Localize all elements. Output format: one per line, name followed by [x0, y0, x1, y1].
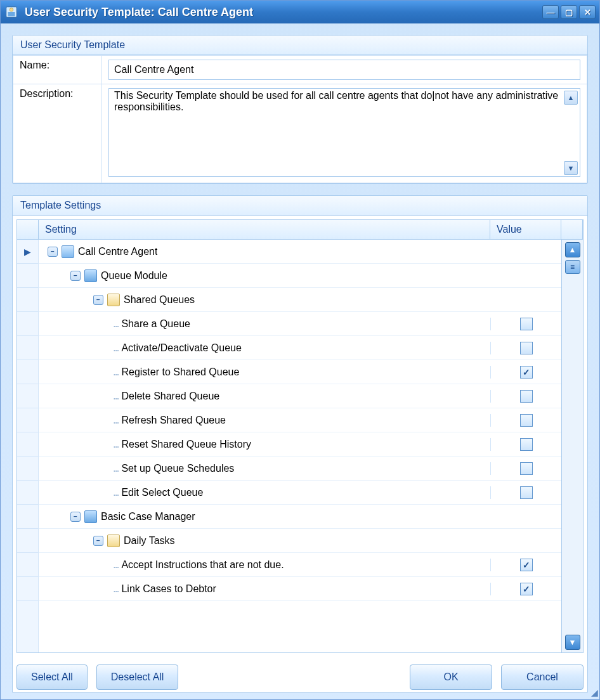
- permission-checkbox[interactable]: [520, 559, 533, 571]
- row-selector[interactable]: [17, 288, 38, 312]
- value-cell: [490, 414, 561, 427]
- folder-icon: [107, 294, 120, 306]
- tree-row[interactable]: …Set up Queue Schedules: [39, 457, 561, 481]
- row-selector[interactable]: [17, 384, 38, 408]
- tree-connector: …: [114, 584, 119, 594]
- description-scroll-down-icon[interactable]: ▼: [564, 161, 578, 175]
- column-setting[interactable]: Setting: [39, 220, 490, 239]
- row-selector[interactable]: [17, 529, 38, 553]
- tree-connector: …: [114, 367, 119, 377]
- window-controls: — ▢ ✕: [542, 5, 596, 19]
- svg-point-2: [10, 8, 13, 11]
- value-cell: [490, 559, 561, 571]
- collapse-toggle[interactable]: −: [48, 247, 58, 257]
- value-cell: [490, 462, 561, 475]
- client-area: User Security Template Name: Description…: [1, 23, 599, 699]
- tree-node-label: Daily Tasks: [124, 535, 175, 547]
- tree-row[interactable]: …Refresh Shared Queue: [39, 408, 561, 432]
- scroll-header: [561, 220, 583, 239]
- tree-connector: …: [114, 343, 119, 353]
- permission-checkbox[interactable]: [520, 486, 533, 499]
- permission-checkbox[interactable]: [520, 414, 533, 427]
- permission-checkbox[interactable]: [520, 342, 533, 354]
- deselect-all-button[interactable]: Deselect All: [96, 664, 179, 690]
- row-selector[interactable]: [17, 553, 38, 577]
- row-selector[interactable]: [17, 432, 38, 457]
- tree-row[interactable]: −Basic Case Manager: [39, 505, 561, 529]
- group-title: User Security Template: [13, 36, 587, 55]
- dialog-window: User Security Template: Call Centre Agen…: [0, 0, 600, 700]
- tree-row[interactable]: …Accept Instructions that are not due.: [39, 553, 561, 577]
- permission-checkbox[interactable]: [520, 366, 533, 379]
- column-value[interactable]: Value: [490, 220, 561, 239]
- tree-node-label: Shared Queues: [124, 294, 195, 306]
- select-all-button[interactable]: Select All: [16, 664, 88, 690]
- collapse-toggle[interactable]: −: [93, 536, 103, 546]
- row-selector[interactable]: [17, 457, 38, 481]
- permission-checkbox[interactable]: [520, 583, 533, 595]
- permission-checkbox[interactable]: [520, 438, 533, 451]
- permission-checkbox[interactable]: [520, 462, 533, 475]
- tree-row[interactable]: …Register to Shared Queue: [39, 360, 561, 384]
- module-icon: [84, 269, 97, 282]
- app-icon: [4, 5, 18, 19]
- vertical-scrollbar[interactable]: ▲ ≡ ▼: [561, 240, 583, 652]
- tree-row[interactable]: −Shared Queues: [39, 288, 561, 312]
- scroll-thumb[interactable]: ≡: [565, 260, 580, 274]
- row-selector[interactable]: [17, 577, 38, 601]
- tree-row[interactable]: …Reset Shared Queue History: [39, 432, 561, 457]
- ok-button[interactable]: OK: [410, 664, 492, 690]
- user-security-template-group: User Security Template Name: Description…: [12, 35, 588, 184]
- tree-row[interactable]: …Activate/Deactivate Queue: [39, 336, 561, 360]
- row-selector[interactable]: [17, 336, 38, 360]
- tree-node-label: Call Centre Agent: [78, 246, 157, 257]
- settings-grid: Setting Value ▶ −Call Centre Agent−Queue…: [16, 219, 584, 653]
- scroll-up-icon[interactable]: ▲: [565, 242, 580, 257]
- value-cell: [490, 366, 561, 379]
- value-cell: [490, 583, 561, 595]
- row-selector[interactable]: [17, 312, 38, 336]
- tree-row[interactable]: …Delete Shared Queue: [39, 384, 561, 408]
- tree-node-label: Reset Shared Queue History: [121, 439, 251, 450]
- scroll-down-icon[interactable]: ▼: [565, 635, 580, 650]
- tree-node-label: Register to Shared Queue: [121, 366, 239, 378]
- value-cell: [490, 486, 561, 499]
- row-selector[interactable]: ▶: [17, 240, 38, 264]
- row-selector-header: [17, 220, 39, 239]
- tree-connector: …: [114, 391, 119, 401]
- cancel-button[interactable]: Cancel: [501, 664, 584, 690]
- tree-node-label: Basic Case Manager: [101, 511, 195, 522]
- row-selector[interactable]: [17, 408, 38, 432]
- tree-node-label: Accept Instructions that are not due.: [121, 559, 284, 571]
- tree-row[interactable]: −Queue Module: [39, 264, 561, 288]
- permission-checkbox[interactable]: [520, 318, 533, 330]
- collapse-toggle[interactable]: −: [93, 295, 103, 305]
- row-selector[interactable]: [17, 505, 38, 529]
- row-selector[interactable]: [17, 360, 38, 384]
- minimize-button[interactable]: —: [542, 5, 559, 19]
- row-selector[interactable]: [17, 481, 38, 505]
- window-title: User Security Template: Call Centre Agen…: [25, 6, 542, 19]
- description-scroll-up-icon[interactable]: ▲: [564, 91, 578, 105]
- tree-row[interactable]: …Share a Queue: [39, 312, 561, 336]
- value-cell: [490, 318, 561, 330]
- close-button[interactable]: ✕: [579, 5, 596, 19]
- tree-row[interactable]: −Call Centre Agent: [39, 240, 561, 264]
- collapse-toggle[interactable]: −: [70, 271, 81, 281]
- tree-row[interactable]: …Link Cases to Debtor: [39, 577, 561, 601]
- value-cell: [490, 342, 561, 354]
- agent-icon: [62, 245, 74, 258]
- maximize-button[interactable]: ▢: [561, 5, 577, 19]
- permission-checkbox[interactable]: [520, 390, 533, 403]
- tree-connector: …: [114, 439, 119, 450]
- tree-row[interactable]: …Edit Select Queue: [39, 481, 561, 505]
- tree-node-label: Set up Queue Schedules: [121, 463, 234, 474]
- description-textarea[interactable]: [108, 88, 580, 177]
- name-label: Name:: [13, 56, 102, 84]
- collapse-toggle[interactable]: −: [70, 512, 81, 522]
- module-icon: [84, 510, 97, 523]
- row-selector[interactable]: [17, 264, 38, 288]
- tree-row[interactable]: −Daily Tasks: [39, 529, 561, 553]
- tree-node-label: Edit Select Queue: [121, 487, 203, 498]
- name-input[interactable]: [108, 60, 580, 80]
